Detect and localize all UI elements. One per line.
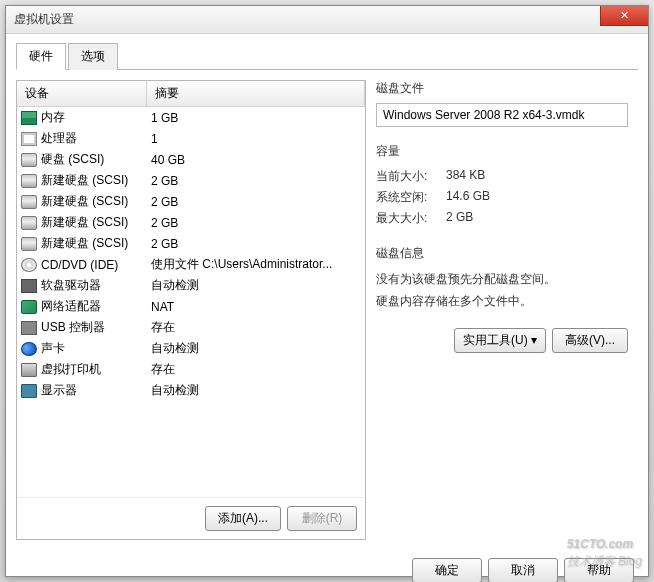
current-size-label: 当前大小: bbox=[376, 168, 446, 185]
usb-icon bbox=[21, 321, 37, 335]
ok-button[interactable]: 确定 bbox=[412, 558, 482, 582]
device-name: 网络适配器 bbox=[41, 298, 151, 315]
display-icon bbox=[21, 384, 37, 398]
device-row[interactable]: 新建硬盘 (SCSI)2 GB bbox=[17, 170, 365, 191]
tab-options[interactable]: 选项 bbox=[68, 43, 118, 70]
dialog-footer: 确定 取消 帮助 bbox=[6, 550, 648, 582]
free-space-value: 14.6 GB bbox=[446, 189, 490, 206]
device-name: 显示器 bbox=[41, 382, 151, 399]
device-row[interactable]: 新建硬盘 (SCSI)2 GB bbox=[17, 212, 365, 233]
device-name: 新建硬盘 (SCSI) bbox=[41, 235, 151, 252]
disk-file-title: 磁盘文件 bbox=[376, 80, 628, 97]
cancel-button[interactable]: 取消 bbox=[488, 558, 558, 582]
capacity-title: 容量 bbox=[376, 143, 628, 160]
tab-hardware[interactable]: 硬件 bbox=[16, 43, 66, 70]
device-summary: 1 bbox=[151, 132, 361, 146]
device-row[interactable]: 处理器1 bbox=[17, 128, 365, 149]
max-size-value: 2 GB bbox=[446, 210, 473, 227]
device-name: CD/DVD (IDE) bbox=[41, 258, 151, 272]
sound-icon bbox=[21, 342, 37, 356]
device-summary: 存在 bbox=[151, 361, 361, 378]
vm-settings-window: 虚拟机设置 ✕ 硬件 选项 设备 摘要 内存1 GB处理器1硬盘 (SCSI)4… bbox=[5, 5, 649, 577]
remove-button: 删除(R) bbox=[287, 506, 357, 531]
device-summary: 自动检测 bbox=[151, 382, 361, 399]
device-name: 虚拟打印机 bbox=[41, 361, 151, 378]
device-name: 硬盘 (SCSI) bbox=[41, 151, 151, 168]
window-title: 虚拟机设置 bbox=[14, 11, 74, 28]
advanced-button[interactable]: 高级(V)... bbox=[552, 328, 628, 353]
device-name: 内存 bbox=[41, 109, 151, 126]
cd-icon bbox=[21, 258, 37, 272]
device-row[interactable]: 显示器自动检测 bbox=[17, 380, 365, 401]
device-row[interactable]: 网络适配器NAT bbox=[17, 296, 365, 317]
device-summary: 2 GB bbox=[151, 174, 361, 188]
device-name: 新建硬盘 (SCSI) bbox=[41, 214, 151, 231]
floppy-icon bbox=[21, 279, 37, 293]
device-row[interactable]: 硬盘 (SCSI)40 GB bbox=[17, 149, 365, 170]
disk-icon bbox=[21, 153, 37, 167]
device-name: 新建硬盘 (SCSI) bbox=[41, 172, 151, 189]
device-name: 软盘驱动器 bbox=[41, 277, 151, 294]
device-name: 处理器 bbox=[41, 130, 151, 147]
disk-info-line1: 没有为该硬盘预先分配磁盘空间。 bbox=[376, 268, 628, 290]
device-summary: 使用文件 C:\Users\Administrator... bbox=[151, 256, 361, 273]
tabs-container: 硬件 选项 bbox=[16, 42, 638, 70]
disk-icon bbox=[21, 237, 37, 251]
disk-info-line2: 硬盘内容存储在多个文件中。 bbox=[376, 290, 628, 312]
printer-icon bbox=[21, 363, 37, 377]
titlebar[interactable]: 虚拟机设置 ✕ bbox=[6, 6, 648, 34]
list-header: 设备 摘要 bbox=[17, 81, 365, 107]
device-row[interactable]: 新建硬盘 (SCSI)2 GB bbox=[17, 191, 365, 212]
cpu-icon bbox=[21, 132, 37, 146]
utilities-button[interactable]: 实用工具(U) ▾ bbox=[454, 328, 546, 353]
max-size-label: 最大大小: bbox=[376, 210, 446, 227]
detail-panel: 磁盘文件 Windows Server 2008 R2 x64-3.vmdk 容… bbox=[366, 80, 638, 540]
device-summary: 2 GB bbox=[151, 195, 361, 209]
close-button[interactable]: ✕ bbox=[600, 6, 648, 26]
device-summary: 2 GB bbox=[151, 216, 361, 230]
device-summary: 存在 bbox=[151, 319, 361, 336]
free-space-label: 系统空闲: bbox=[376, 189, 446, 206]
current-size-value: 384 KB bbox=[446, 168, 485, 185]
device-row[interactable]: 声卡自动检测 bbox=[17, 338, 365, 359]
device-row[interactable]: CD/DVD (IDE)使用文件 C:\Users\Administrator.… bbox=[17, 254, 365, 275]
header-summary[interactable]: 摘要 bbox=[147, 81, 365, 106]
device-name: USB 控制器 bbox=[41, 319, 151, 336]
device-row[interactable]: 内存1 GB bbox=[17, 107, 365, 128]
help-button[interactable]: 帮助 bbox=[564, 558, 634, 582]
device-summary: 2 GB bbox=[151, 237, 361, 251]
disk-file-field[interactable]: Windows Server 2008 R2 x64-3.vmdk bbox=[376, 103, 628, 127]
device-summary: 40 GB bbox=[151, 153, 361, 167]
device-name: 声卡 bbox=[41, 340, 151, 357]
device-row[interactable]: 新建硬盘 (SCSI)2 GB bbox=[17, 233, 365, 254]
disk-icon bbox=[21, 195, 37, 209]
memory-icon bbox=[21, 111, 37, 125]
device-summary: 1 GB bbox=[151, 111, 361, 125]
header-device[interactable]: 设备 bbox=[17, 81, 147, 106]
device-row[interactable]: USB 控制器存在 bbox=[17, 317, 365, 338]
disk-icon bbox=[21, 216, 37, 230]
device-name: 新建硬盘 (SCSI) bbox=[41, 193, 151, 210]
device-summary: NAT bbox=[151, 300, 361, 314]
device-list[interactable]: 内存1 GB处理器1硬盘 (SCSI)40 GB新建硬盘 (SCSI)2 GB新… bbox=[17, 107, 365, 497]
disk-info-title: 磁盘信息 bbox=[376, 245, 628, 262]
device-row[interactable]: 虚拟打印机存在 bbox=[17, 359, 365, 380]
device-summary: 自动检测 bbox=[151, 277, 361, 294]
device-summary: 自动检测 bbox=[151, 340, 361, 357]
disk-icon bbox=[21, 174, 37, 188]
add-button[interactable]: 添加(A)... bbox=[205, 506, 281, 531]
network-icon bbox=[21, 300, 37, 314]
device-list-panel: 设备 摘要 内存1 GB处理器1硬盘 (SCSI)40 GB新建硬盘 (SCSI… bbox=[16, 80, 366, 540]
device-row[interactable]: 软盘驱动器自动检测 bbox=[17, 275, 365, 296]
